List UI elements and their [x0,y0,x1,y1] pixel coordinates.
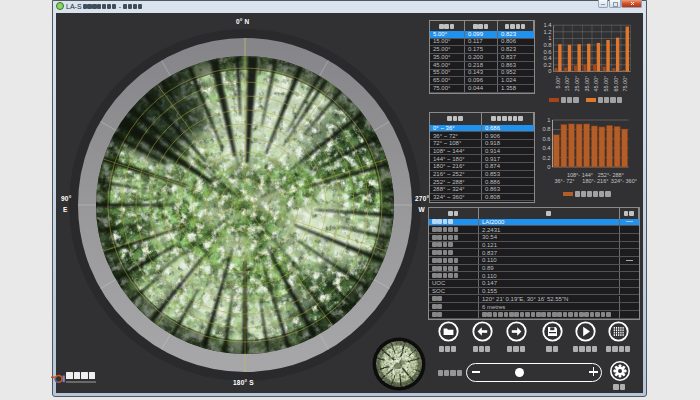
svg-text:75.00°: 75.00° [622,76,628,92]
svg-text:0.2: 0.2 [543,62,551,68]
svg-text:36°- 72°: 36°- 72° [555,178,575,184]
svg-text:0.6: 0.6 [543,49,551,55]
svg-text:25.00°: 25.00° [574,76,580,92]
svg-text:55.00°: 55.00° [603,76,609,92]
svg-text:0.8: 0.8 [542,126,550,132]
svg-text:0: 0 [547,164,550,170]
svg-text:35.00°: 35.00° [584,76,590,92]
svg-text:0.2: 0.2 [542,155,550,161]
svg-text:15.00°: 15.00° [564,76,570,92]
svg-text:1: 1 [547,117,550,123]
svg-text:324°- 360°: 324°- 360° [611,178,637,184]
svg-text:1.2: 1.2 [543,29,551,35]
svg-text:0: 0 [548,68,551,74]
svg-text:45.00°: 45.00° [593,76,599,92]
svg-text:5.00°: 5.00° [555,76,561,89]
svg-text:0.4: 0.4 [542,145,551,151]
svg-text:65.00°: 65.00° [613,76,619,92]
svg-text:0.6: 0.6 [542,136,550,142]
svg-text:1: 1 [548,35,551,41]
svg-text:180°- 216°: 180°- 216° [582,178,608,184]
svg-text:0.4: 0.4 [543,55,552,61]
svg-text:0.8: 0.8 [543,42,551,48]
svg-text:1.4: 1.4 [543,22,552,28]
